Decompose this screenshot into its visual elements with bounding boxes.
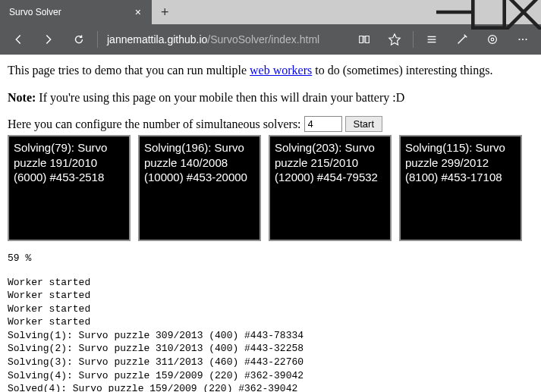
maximize-button[interactable] [471,0,506,24]
intro-paragraph: This page tries to demo that you can run… [8,62,533,79]
svg-point-8 [491,38,494,41]
more-icon[interactable] [508,24,538,55]
browser-toolbar: jannemattila.github.io/SurvoSolver/index… [0,24,541,55]
page-content: This page tries to demo that you can run… [0,55,541,392]
minimize-button[interactable] [436,0,471,24]
solvers-count-input[interactable] [304,116,342,132]
close-window-button[interactable] [506,0,541,24]
solver-panel: Solving(196): Survo puzzle 140/2008 (100… [138,135,261,241]
config-row: Here you can configure the number of sim… [8,116,533,132]
address-bar[interactable]: jannemattila.github.io/SurvoSolver/index… [101,33,349,45]
svg-point-7 [489,36,497,44]
log-output: Worker started Worker started Worker sta… [8,276,533,392]
browser-tab[interactable]: Survo Solver × [0,0,152,24]
svg-point-11 [525,39,527,40]
refresh-button[interactable] [64,24,94,55]
note-label: Note: [8,91,36,104]
window-titlebar: Survo Solver × + [0,0,541,24]
url-path: /SurvoSolver/index.html [207,33,319,45]
share-icon[interactable] [477,24,508,55]
url-host: jannemattila.github.io [107,33,207,45]
solver-panel: Solving(79): Survo puzzle 191/2010 (6000… [8,135,131,241]
svg-point-10 [522,39,524,40]
start-button[interactable]: Start [345,116,382,132]
hub-icon[interactable] [417,24,447,55]
solvers-container: Solving(79): Survo puzzle 191/2010 (6000… [8,135,533,241]
notes-icon[interactable] [447,24,477,55]
back-button[interactable] [3,24,33,55]
forward-button[interactable] [33,24,64,55]
new-tab-button[interactable]: + [152,5,178,20]
note-paragraph: Note: If you're using this page on your … [8,89,533,106]
favorite-icon[interactable] [379,24,410,55]
svg-point-9 [518,39,520,40]
solver-panel: Solving(203): Survo puzzle 215/2010 (120… [269,135,392,241]
tab-title: Survo Solver [9,7,61,17]
solver-panel: Solving(115): Survo puzzle 299/2012 (810… [399,135,522,241]
reading-view-icon[interactable] [349,24,379,55]
config-label: Here you can configure the number of sim… [8,118,301,131]
close-tab-icon[interactable]: × [132,6,144,18]
web-workers-link[interactable]: web workers [250,64,312,77]
progress-text: 59 % [8,252,533,265]
